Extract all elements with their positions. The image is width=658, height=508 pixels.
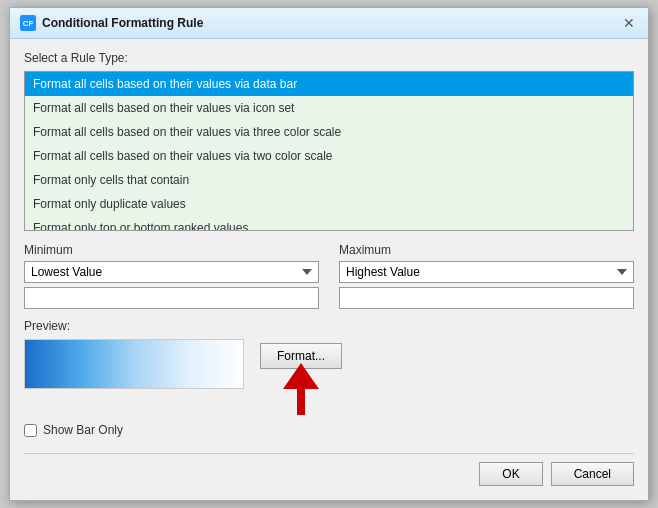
rule-list-item[interactable]: Format only cells that contain (25, 168, 633, 192)
show-bar-only-label: Show Bar Only (43, 423, 123, 437)
min-max-row: Minimum Lowest ValueNumberPercentFormula… (24, 243, 634, 309)
footer-buttons: OK Cancel (24, 453, 634, 486)
show-bar-only-checkbox[interactable] (24, 424, 37, 437)
rule-list-item[interactable]: Format all cells based on their values v… (25, 96, 633, 120)
rule-list-item[interactable]: Format all cells based on their values v… (25, 120, 633, 144)
rule-list-item[interactable]: Format all cells based on their values v… (25, 144, 633, 168)
maximum-col: Maximum Highest ValueNumberPercentFormul… (339, 243, 634, 309)
preview-row: Format... (24, 339, 634, 415)
minimum-label: Minimum (24, 243, 319, 257)
dialog-icon: CF (20, 15, 36, 31)
minimum-value-input[interactable] (24, 287, 319, 309)
title-bar-left: CF Conditional Formatting Rule (20, 15, 203, 31)
title-bar: CF Conditional Formatting Rule ✕ (10, 8, 648, 39)
preview-label: Preview: (24, 319, 634, 333)
rule-list-item[interactable]: Format only top or bottom ranked values (25, 216, 633, 231)
dialog-title: Conditional Formatting Rule (42, 16, 203, 30)
preview-box (24, 339, 244, 389)
rule-list-item[interactable]: Format all cells based on their values v… (25, 72, 633, 96)
close-button[interactable]: ✕ (620, 14, 638, 32)
minimum-col: Minimum Lowest ValueNumberPercentFormula… (24, 243, 319, 309)
dialog: CF Conditional Formatting Rule ✕ Select … (9, 7, 649, 501)
show-bar-row: Show Bar Only (24, 423, 634, 437)
up-arrow-icon (279, 361, 323, 415)
arrow-container (279, 361, 323, 415)
minimum-select[interactable]: Lowest ValueNumberPercentFormulaPercenti… (24, 261, 319, 283)
maximum-select[interactable]: Highest ValueNumberPercentFormulaPercent… (339, 261, 634, 283)
svg-rect-0 (297, 387, 305, 415)
cancel-button[interactable]: Cancel (551, 462, 634, 486)
preview-section: Preview: Format... (24, 319, 634, 437)
maximum-value-input[interactable] (339, 287, 634, 309)
svg-marker-1 (283, 363, 319, 389)
rule-type-label: Select a Rule Type: (24, 51, 634, 65)
rule-list-item[interactable]: Format only duplicate values (25, 192, 633, 216)
ok-button[interactable]: OK (479, 462, 542, 486)
dialog-body: Select a Rule Type: Format all cells bas… (10, 39, 648, 500)
format-area: Format... (260, 339, 342, 415)
rule-list[interactable]: Format all cells based on their values v… (24, 71, 634, 231)
maximum-label: Maximum (339, 243, 634, 257)
